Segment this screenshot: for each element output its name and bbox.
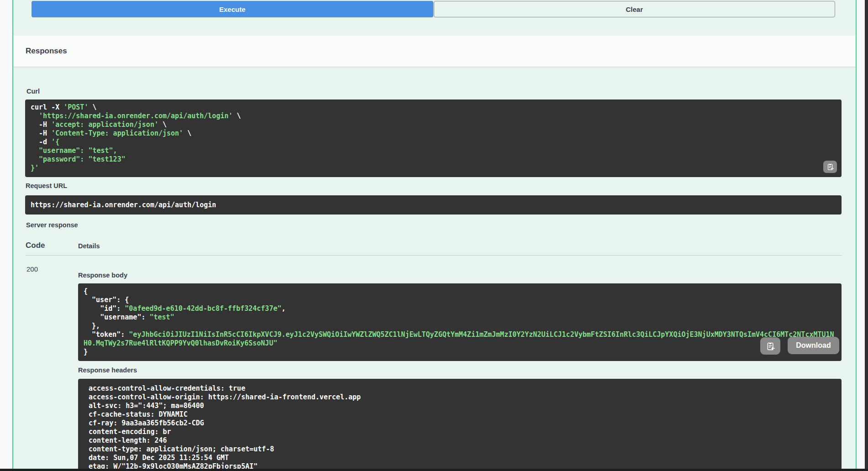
status-code-200: 200: [26, 265, 38, 273]
response-body-label: Response body: [78, 272, 127, 279]
execute-clear-row: Execute Clear: [32, 1, 835, 17]
server-response-label: Server response: [26, 221, 78, 229]
clipboard-copy-icon: [826, 163, 834, 171]
code-column-header: Code: [26, 241, 45, 250]
request-url-text: https://shared-ia.onrender.com/api/auth/…: [31, 201, 836, 209]
curl-label: Curl: [26, 88, 40, 95]
curl-command-text: curl -X 'POST' \ 'https://shared-ia.onre…: [31, 103, 836, 173]
response-body-block: { "user": { "id": "0afeed9d-e610-42dd-bc…: [78, 283, 842, 361]
response-headers-label: Response headers: [78, 366, 137, 374]
details-column-header: Details: [78, 242, 100, 250]
clipboard-copy-icon: [766, 341, 775, 351]
execute-button[interactable]: Execute: [32, 1, 433, 17]
window-bottom-edge: [0, 469, 868, 471]
response-table-divider: [26, 255, 842, 256]
response-body-copy-button[interactable]: [760, 337, 780, 355]
request-url-block: https://shared-ia.onrender.com/api/auth/…: [25, 195, 842, 215]
request-url-label: Request URL: [26, 182, 67, 189]
response-headers-block: access-control-allow-credentials: true a…: [78, 379, 842, 471]
responses-title: Responses: [26, 47, 67, 56]
clear-button[interactable]: Clear: [434, 1, 836, 17]
vertical-scrollbar[interactable]: [865, 0, 868, 471]
curl-command-block: curl -X 'POST' \ 'https://shared-ia.onre…: [25, 99, 842, 177]
responses-section-header: Responses: [13, 36, 856, 67]
curl-copy-button[interactable]: [823, 161, 837, 173]
swagger-responses-page: Execute Clear Responses Curl curl -X 'PO…: [0, 0, 868, 471]
download-button[interactable]: Download: [788, 337, 839, 354]
response-headers-text: access-control-allow-credentials: true a…: [89, 384, 836, 471]
response-body-text: { "user": { "id": "0afeed9d-e610-42dd-bc…: [84, 287, 836, 356]
